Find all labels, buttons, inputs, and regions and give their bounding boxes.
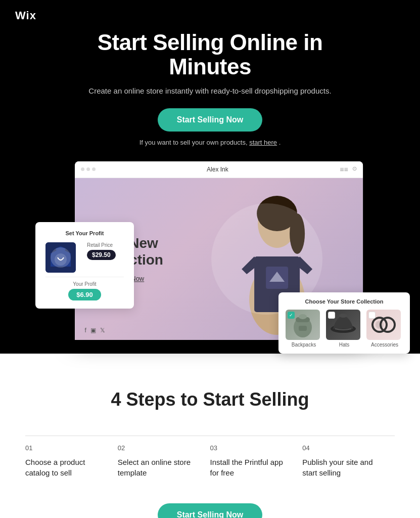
collection-card-title: Choose Your Store Collection <box>286 298 403 305</box>
profit-label: Your Profit <box>45 281 124 287</box>
step-number-3: 03 <box>210 444 288 452</box>
step-item-3: 03 Install the Printful app for free <box>210 436 303 478</box>
facebook-icon: f <box>85 327 86 334</box>
collection-card: Choose Your Store Collection ✓ Backpacks <box>278 292 410 354</box>
step-number-2: 02 <box>118 444 195 452</box>
backpack-image: ✓ <box>286 310 320 340</box>
backpacks-label: Backpacks <box>286 342 322 348</box>
steps-grid: 01 Choose a product catalog to sell 02 S… <box>25 436 395 478</box>
twitter-icon: 𝕏 <box>100 327 105 334</box>
accessories-uncheck <box>368 312 376 319</box>
profit-card: Set Your Profit Retail Price $29.50 <box>35 222 134 309</box>
collection-item-hats[interactable]: Hats <box>326 310 362 348</box>
step-number-1: 01 <box>25 444 103 452</box>
step-item-4: 04 Publish your site and start selling <box>302 436 395 478</box>
hero-section: Wix Start Selling Online in Minutes Crea… <box>0 0 420 354</box>
step-description-2: Select an online store template <box>118 457 195 478</box>
retail-price: $29.50 <box>87 250 116 260</box>
mockup-wrapper: Alex Ink ≡ ⊙ The NewCollection Shop Now <box>0 161 420 354</box>
store-footer-icons: f ▣ 𝕏 <box>85 327 105 334</box>
hero-title: Start Selling Online in Minutes <box>54 30 367 79</box>
step-item-2: 02 Select an online store template <box>118 436 210 478</box>
hero-subtitle: Create an online store instantly with re… <box>0 87 420 95</box>
svg-point-18 <box>339 314 347 318</box>
step-number-4: 04 <box>302 444 380 452</box>
user-icon: ⊙ <box>352 165 357 174</box>
browser-icons: ≡ ⊙ <box>340 165 356 174</box>
step-description-1: Choose a product catalog to sell <box>25 457 103 478</box>
accessories-image <box>366 310 401 340</box>
hat-image <box>326 310 360 340</box>
collection-items: ✓ Backpacks <box>286 310 403 348</box>
profit-details: Retail Price $29.50 <box>87 242 116 263</box>
hero-cta-button[interactable]: Start Selling Now <box>158 108 263 132</box>
backpack-check: ✓ <box>288 312 295 319</box>
hamburger-icon: ≡ <box>340 165 348 174</box>
step-description-3: Install the Printful app for free <box>210 457 288 478</box>
steps-cta-button[interactable]: Start Selling Now <box>158 503 263 518</box>
profit-price: $6.90 <box>68 289 101 300</box>
svg-point-12 <box>55 253 67 266</box>
steps-section: 4 Steps to Start Selling 01 Choose a pro… <box>0 354 420 518</box>
profit-card-title: Set Your Profit <box>45 230 124 236</box>
collection-item-accessories[interactable]: Accessories <box>366 310 403 348</box>
steps-cta: Start Selling Now <box>25 503 395 518</box>
browser-store-name: Alex Ink <box>207 166 228 173</box>
collection-item-backpacks[interactable]: ✓ Backpacks <box>286 310 322 348</box>
hero-link-text: If you want to sell your own products, s… <box>0 139 420 146</box>
svg-point-21 <box>376 321 384 329</box>
hats-label: Hats <box>326 342 362 348</box>
browser-bar: Alex Ink ≡ ⊙ <box>75 161 363 178</box>
svg-rect-16 <box>299 326 307 331</box>
wix-logo: Wix <box>15 9 36 22</box>
retail-label: Retail Price <box>87 242 116 248</box>
svg-point-15 <box>299 314 307 319</box>
browser-dots <box>81 167 96 171</box>
steps-title: 4 Steps to Start Selling <box>25 389 395 410</box>
step-item-1: 01 Choose a product catalog to sell <box>25 436 118 478</box>
step-description-4: Publish your site and start selling <box>302 457 380 478</box>
accessories-label: Accessories <box>366 342 403 348</box>
profit-shirt-image <box>45 242 76 273</box>
hero-start-here-link[interactable]: start here <box>249 139 277 146</box>
svg-marker-10 <box>51 248 71 267</box>
hats-uncheck <box>328 312 335 319</box>
instagram-icon: ▣ <box>90 327 96 334</box>
